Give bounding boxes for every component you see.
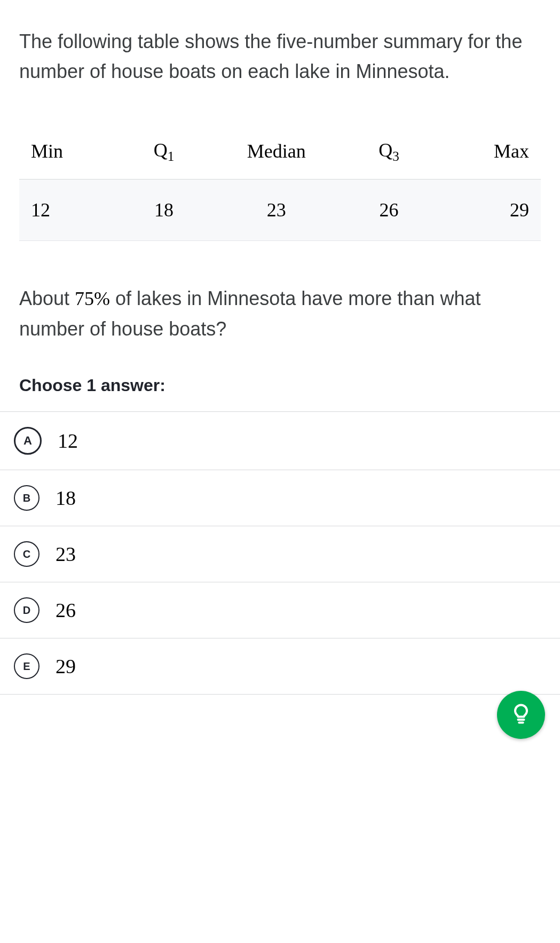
- radio-d[interactable]: D: [14, 597, 40, 623]
- answer-value-e: 29: [56, 654, 76, 678]
- radio-a[interactable]: A: [14, 427, 42, 455]
- lightbulb-icon: [509, 702, 533, 728]
- five-number-summary-table: Min Q1 Median Q3 Max 12 18 23 26 29: [19, 124, 541, 241]
- choose-answer-label: Choose 1 answer:: [19, 376, 541, 395]
- answer-option-d[interactable]: D 26: [0, 582, 560, 638]
- header-min: Min: [19, 124, 129, 180]
- answer-option-c[interactable]: C 23: [0, 526, 560, 582]
- header-max: Max: [424, 124, 541, 180]
- hint-button[interactable]: [497, 691, 545, 739]
- header-q1: Q1: [129, 124, 199, 180]
- radio-b[interactable]: B: [14, 485, 40, 511]
- answer-value-c: 23: [56, 542, 76, 566]
- cell-q1: 18: [129, 179, 199, 240]
- cell-q3: 26: [354, 179, 424, 240]
- answer-value-b: 18: [56, 486, 76, 510]
- header-median: Median: [199, 124, 354, 180]
- intro-text: The following table shows the five-numbe…: [19, 27, 541, 87]
- header-q3: Q3: [354, 124, 424, 180]
- answer-list: A 12 B 18 C 23 D 26 E 29: [0, 411, 560, 695]
- cell-min: 12: [19, 179, 129, 240]
- table-row: 12 18 23 26 29: [19, 179, 541, 240]
- table-header-row: Min Q1 Median Q3 Max: [19, 124, 541, 180]
- answer-value-d: 26: [56, 598, 76, 622]
- radio-c[interactable]: C: [14, 541, 40, 567]
- cell-max: 29: [424, 179, 541, 240]
- question-text: About 75% of lakes in Minnesota have mor…: [19, 284, 541, 344]
- answer-value-a: 12: [58, 429, 78, 453]
- answer-option-a[interactable]: A 12: [0, 411, 560, 470]
- radio-e[interactable]: E: [14, 653, 40, 679]
- answer-option-b[interactable]: B 18: [0, 470, 560, 526]
- answer-option-e[interactable]: E 29: [0, 638, 560, 695]
- cell-median: 23: [199, 179, 354, 240]
